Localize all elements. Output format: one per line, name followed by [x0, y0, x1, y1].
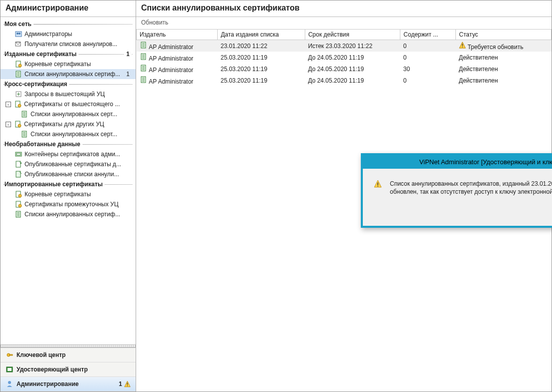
sidebar-title: Администрирование [1, 1, 136, 17]
svg-point-1 [17, 33, 19, 35]
nav-item[interactable]: Запросы в вышестоящий УЦ [1, 89, 136, 99]
warning-icon [459, 42, 466, 49]
svg-rect-38 [10, 354, 13, 355]
recipients-icon [15, 40, 23, 48]
admins-icon [15, 30, 23, 38]
group-title: Необработанные данные [1, 139, 136, 149]
nav-item[interactable]: Корневые сертификаты [1, 59, 136, 69]
nav-item[interactable]: Опубликованные списки аннули... [1, 169, 136, 179]
nav-item-label: Сертификаты промежуточных УЦ [25, 201, 133, 208]
group-title: Моя сеть [1, 19, 136, 29]
nav-item-label: Сертификаты для других УЦ [24, 121, 133, 128]
nav-item-label: Контейнеры сертификатов адми... [25, 151, 133, 158]
cert-icon [14, 100, 22, 108]
nav-item-label: Списки аннулированных сертиф... [25, 71, 124, 78]
nav-item[interactable]: Списки аннулированных серт... [1, 109, 136, 119]
svg-point-19 [18, 124, 21, 127]
nav-item-label: Опубликованные списки аннули... [25, 171, 133, 178]
table-row[interactable]: AP Administrator23.01.2020 11:22Истек 23… [137, 40, 551, 52]
svg-rect-0 [16, 32, 22, 37]
table-row[interactable]: AP Administrator25.03.2020 11:19До 24.05… [137, 52, 551, 63]
nav-item[interactable]: Списки аннулированных сертиф... [1, 209, 136, 219]
cert-icon [15, 190, 23, 198]
dialog-message: Список аннулированных сертификатов, изда… [390, 180, 552, 196]
nav-item-label: Списки аннулированных сертиф... [25, 211, 133, 218]
svg-point-13 [18, 104, 21, 107]
nav-item-label: Корневые сертификаты [25, 61, 133, 68]
bottom-tab[interactable]: Ключевой центр [1, 348, 136, 362]
nav-item-label: Запросы в вышестоящий УЦ [25, 91, 133, 98]
tree-expander[interactable]: - [6, 102, 11, 107]
nav-item[interactable]: Опубликованные сертификаты д... [1, 159, 136, 169]
admin-icon [6, 380, 14, 388]
container-icon [15, 150, 23, 158]
nav-item-label: Списки аннулированных серт... [31, 111, 133, 118]
bottom-tab-label: Ключевой центр [17, 351, 66, 358]
nav-tree: Моя сетьАдминистраторыПолучатели списков… [1, 17, 136, 344]
svg-rect-51 [462, 47, 462, 47]
pubcert-icon [15, 160, 23, 168]
warning-icon [374, 180, 382, 188]
pubcrl-icon [15, 170, 23, 178]
column-header[interactable]: Дата издания списка [218, 30, 305, 40]
tree-expander[interactable]: - [6, 122, 11, 127]
bottom-tab-label: Администрирование [17, 380, 79, 387]
svg-point-41 [8, 381, 11, 384]
warning-icon [124, 381, 131, 387]
cert-icon [15, 200, 23, 208]
crl-icon [140, 53, 148, 61]
column-header[interactable]: Издатель [137, 30, 218, 40]
nav-item[interactable]: Сертификаты промежуточных УЦ [1, 199, 136, 209]
nav-item[interactable]: Получатели списков аннулиров... [1, 39, 136, 49]
table-row[interactable]: AP Administrator25.03.2020 11:19До 24.05… [137, 63, 551, 75]
nav-item-label: Администраторы [25, 31, 133, 38]
crl-icon [21, 130, 29, 138]
nav-item[interactable]: -Сертификаты для других УЦ [1, 119, 136, 129]
svg-rect-25 [17, 153, 21, 155]
group-title: Импортированные сертификаты [1, 179, 136, 189]
crl-icon [15, 210, 23, 218]
nav-item[interactable]: Списки аннулированных сертиф...1 [1, 69, 136, 79]
svg-point-6 [19, 64, 22, 67]
refresh-button[interactable]: Обновить [141, 19, 168, 26]
bottom-tab[interactable]: Удостоверяющий центр [1, 362, 136, 377]
svg-point-2 [19, 33, 21, 35]
ca-icon [6, 365, 14, 373]
nav-item[interactable]: Администраторы [1, 29, 136, 39]
nav-item-label: Корневые сертификаты [25, 191, 133, 198]
svg-point-30 [19, 194, 22, 197]
toolbar: Обновить [136, 17, 551, 30]
svg-rect-66 [377, 186, 378, 187]
cert-icon [14, 120, 22, 128]
column-header[interactable]: Содержит ... [400, 30, 456, 40]
column-header[interactable]: Статус [456, 30, 551, 40]
bottom-tab[interactable]: Администрирование1 [1, 377, 136, 391]
svg-rect-65 [377, 183, 378, 186]
svg-rect-40 [8, 368, 12, 371]
dialog-title: ViPNet Administrator [Удостоверяющий и к… [419, 158, 552, 166]
warning-dialog: ViPNet Administrator [Удостоверяющий и к… [361, 153, 552, 228]
group-title: Кросс-сертификация [1, 79, 136, 89]
crl-icon [21, 110, 29, 118]
bottom-tab-label: Удостоверяющий центр [17, 366, 88, 373]
nav-item[interactable]: -Сертификаты от вышестоящего ... [1, 99, 136, 109]
nav-item-label: Получатели списков аннулиров... [25, 41, 133, 48]
nav-item[interactable]: Списки аннулированных серт... [1, 129, 136, 139]
nav-item[interactable]: Контейнеры сертификатов адми... [1, 149, 136, 159]
nav-item-label: Списки аннулированных серт... [31, 131, 133, 138]
nav-item-label: Сертификаты от вышестоящего ... [24, 101, 133, 108]
svg-rect-43 [127, 383, 128, 385]
crl-icon [140, 41, 148, 49]
request-icon [15, 90, 23, 98]
group-title: Изданные сертификаты1 [1, 49, 136, 59]
cert-icon [15, 60, 23, 68]
nav-item[interactable]: Корневые сертификаты [1, 189, 136, 199]
svg-point-32 [19, 204, 22, 207]
nav-item-label: Опубликованные сертификаты д... [25, 161, 133, 168]
svg-rect-44 [127, 385, 128, 386]
keys-icon [6, 351, 14, 359]
crl-icon [140, 76, 148, 84]
table-row[interactable]: AP Administrator25.03.2020 11:19До 24.05… [137, 75, 551, 86]
column-header[interactable]: Срок действия [305, 30, 400, 40]
page-title: Списки аннулированных сертификатов [136, 1, 551, 17]
